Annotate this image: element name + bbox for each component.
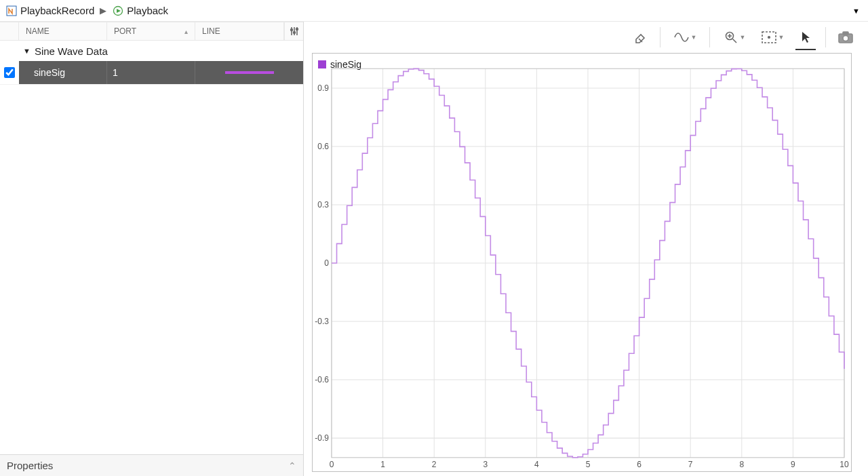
svg-text:2: 2 <box>432 460 437 469</box>
column-settings-button[interactable] <box>284 22 303 40</box>
svg-text:6: 6 <box>637 460 642 469</box>
svg-rect-0 <box>7 6 16 16</box>
svg-text:3: 3 <box>483 460 488 469</box>
properties-label: Properties <box>7 460 53 471</box>
chevron-down-icon: ▼ <box>740 34 746 41</box>
signals-panel: NAME PORT ▴ LINE ▼ Sine Wave Data sineSi… <box>0 22 304 476</box>
signal-type-button[interactable]: ▼ <box>666 26 704 49</box>
svg-text:4: 4 <box>534 460 539 469</box>
chevron-down-icon: ▼ <box>778 34 785 41</box>
plot-panel: ▼ ▼ ▼ sineSig <box>304 22 868 476</box>
chevron-down-icon: ▼ <box>691 34 697 41</box>
line-color-swatch <box>225 71 274 74</box>
column-header-port[interactable]: PORT ▴ <box>107 22 195 40</box>
clear-button[interactable] <box>626 26 654 49</box>
signal-linestyle-cell[interactable] <box>195 61 303 84</box>
breadcrumb-root[interactable]: PlaybackRecord <box>20 5 94 16</box>
column-header-line[interactable]: LINE <box>195 22 284 40</box>
svg-text:7: 7 <box>688 460 693 469</box>
breadcrumb-separator-icon: ▶ <box>100 5 106 16</box>
breadcrumb-menu-button[interactable]: ▼ <box>852 7 860 15</box>
sort-ascending-icon: ▴ <box>184 28 188 35</box>
chart-area[interactable]: sineSig 012345678910-0.9-0.6-0.300.30.60… <box>312 53 852 472</box>
model-icon <box>5 5 18 17</box>
svg-text:0: 0 <box>324 258 329 268</box>
svg-point-6 <box>290 29 292 31</box>
svg-text:1: 1 <box>380 460 385 469</box>
svg-text:-0.3: -0.3 <box>315 317 329 326</box>
svg-text:0.9: 0.9 <box>317 83 329 93</box>
signal-row[interactable]: sineSig 1 <box>0 61 303 84</box>
signals-column-header: NAME PORT ▴ LINE <box>0 22 303 41</box>
signal-group-label: Sine Wave Data <box>35 45 108 57</box>
signal-group-row[interactable]: ▼ Sine Wave Data <box>0 41 303 61</box>
signal-name-cell[interactable]: sineSig <box>19 61 107 84</box>
svg-text:-0.6: -0.6 <box>315 375 329 384</box>
playback-icon <box>112 5 124 17</box>
svg-text:5: 5 <box>586 460 591 469</box>
svg-point-8 <box>296 28 298 31</box>
fit-to-view-button[interactable]: ▼ <box>753 26 791 49</box>
zoom-button[interactable]: ▼ <box>715 26 753 49</box>
svg-text:10: 10 <box>840 460 849 469</box>
svg-marker-17 <box>802 32 810 43</box>
snapshot-button[interactable] <box>831 26 860 49</box>
properties-panel-header[interactable]: Properties ⌃ <box>0 454 303 476</box>
svg-marker-9 <box>636 35 644 43</box>
svg-point-7 <box>293 32 295 34</box>
svg-text:0: 0 <box>330 460 334 469</box>
plot-toolbar: ▼ ▼ ▼ <box>304 22 868 53</box>
signal-visibility-checkbox[interactable] <box>0 61 19 84</box>
svg-rect-19 <box>843 32 848 35</box>
svg-text:0.3: 0.3 <box>317 200 329 210</box>
svg-text:9: 9 <box>791 460 795 469</box>
column-header-name[interactable]: NAME <box>19 22 107 40</box>
svg-point-16 <box>768 37 770 39</box>
svg-text:-0.9: -0.9 <box>315 433 329 443</box>
svg-point-20 <box>843 36 848 41</box>
chevron-up-icon: ⌃ <box>288 460 296 471</box>
svg-text:8: 8 <box>739 460 744 469</box>
column-header-port-label: PORT <box>114 26 136 36</box>
svg-line-12 <box>732 39 736 43</box>
breadcrumb-leaf[interactable]: Playback <box>127 5 168 16</box>
breadcrumb-bar: PlaybackRecord ▶ Playback ▼ <box>0 0 868 22</box>
collapse-icon: ▼ <box>23 47 31 55</box>
svg-text:0.6: 0.6 <box>317 142 329 151</box>
signal-port-cell[interactable]: 1 <box>107 61 195 84</box>
pointer-button[interactable] <box>791 26 820 49</box>
svg-marker-2 <box>117 9 121 13</box>
